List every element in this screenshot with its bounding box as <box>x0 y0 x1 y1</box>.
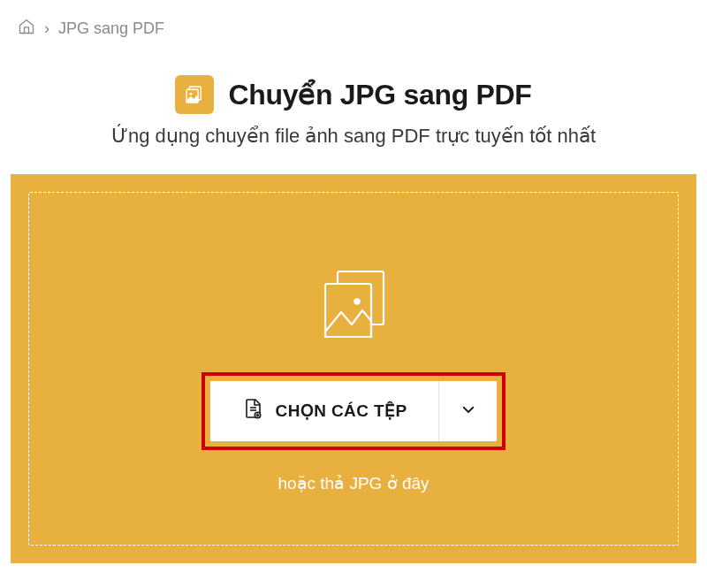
page-header: Chuyển JPG sang PDF Ứng dụng chuyển file… <box>0 49 707 174</box>
page-subtitle: Ứng dụng chuyển file ảnh sang PDF trực t… <box>18 125 689 148</box>
dropzone-hint: hoặc thả JPG ở đây <box>277 473 429 493</box>
app-logo-icon <box>175 75 214 114</box>
choose-files-dropdown[interactable] <box>438 381 497 441</box>
page-title: Chuyển JPG sang PDF <box>228 78 531 111</box>
choose-files-button-group: CHỌN CÁC TỆP <box>210 381 498 441</box>
dropzone-inner[interactable]: CHỌN CÁC TỆP hoặc thả JPG ở đây <box>28 192 679 546</box>
choose-files-label: CHỌN CÁC TỆP <box>276 401 407 421</box>
svg-point-5 <box>354 298 361 305</box>
svg-point-2 <box>190 93 193 95</box>
breadcrumb-separator: › <box>44 19 49 38</box>
breadcrumb-current: JPG sang PDF <box>58 19 164 38</box>
document-add-icon <box>242 398 263 424</box>
image-stack-icon <box>311 263 396 347</box>
dropzone[interactable]: CHỌN CÁC TỆP hoặc thả JPG ở đây <box>11 174 696 563</box>
home-icon[interactable] <box>18 18 35 40</box>
chevron-down-icon <box>460 401 476 421</box>
breadcrumb: › JPG sang PDF <box>0 0 707 49</box>
highlight-annotation: CHỌN CÁC TỆP <box>201 372 506 450</box>
svg-rect-4 <box>325 284 371 337</box>
choose-files-button[interactable]: CHỌN CÁC TỆP <box>210 381 439 441</box>
